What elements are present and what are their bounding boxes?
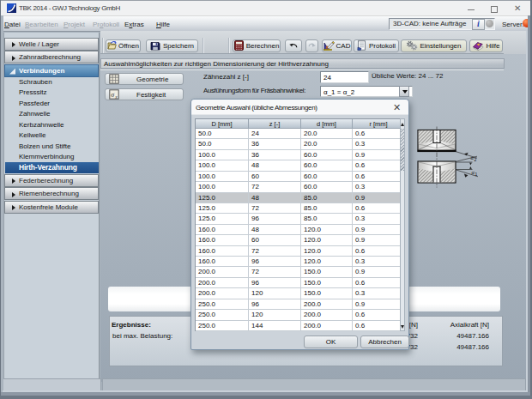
svg-text:1: 1 <box>475 172 478 177</box>
svg-text:2: 2 <box>475 157 477 162</box>
svg-text:x: x <box>114 94 118 100</box>
